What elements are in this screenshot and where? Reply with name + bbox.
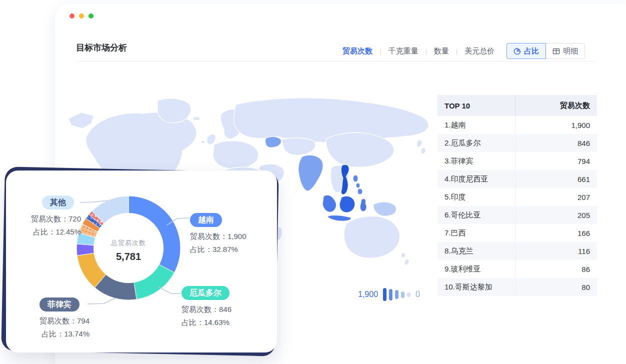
- top10-header-value: 贸易次数: [515, 95, 597, 116]
- tab-separator: |: [425, 48, 426, 55]
- tab-separator: |: [456, 48, 458, 55]
- country-ireland: [201, 140, 205, 144]
- country-cell: 7.巴西: [438, 224, 515, 242]
- country-japan: [421, 148, 426, 154]
- callout-values-philippines: 贸易次数：794 占比：13.74%: [6, 314, 90, 340]
- callout-values-ecuador: 贸易次数：846 占比：14.63%: [182, 303, 232, 329]
- country-papua: [374, 202, 396, 216]
- country-russia: [234, 98, 428, 142]
- country-indonesia-java: [328, 216, 351, 222]
- legend-gradient-bar: [395, 290, 398, 299]
- table-row: 4.印度尼西亚661: [438, 170, 597, 188]
- country-new-zealand: [402, 252, 406, 258]
- country-cell: 4.印度尼西亚: [438, 170, 515, 188]
- value-cell: 116: [515, 242, 597, 260]
- callout-pill-vietnam[interactable]: 越南: [190, 213, 222, 227]
- table-row: 9.玻利维亚86: [438, 260, 597, 278]
- top10-body: 1.越南1,9002.厄瓜多尔8463.菲律宾7944.印度尼西亚6615.印度…: [438, 116, 597, 296]
- tab-kg-weight[interactable]: 千克重量: [388, 46, 418, 56]
- value-cell: 1,900: [515, 116, 597, 134]
- country-cell: 3.菲律宾: [438, 152, 515, 170]
- top10-header-rank: TOP 10: [438, 95, 515, 116]
- country-uk: [206, 134, 216, 144]
- value-cell: 794: [515, 152, 597, 170]
- value-cell: 661: [515, 170, 597, 188]
- tab-trade-count[interactable]: 贸易次数: [342, 46, 372, 56]
- country-cell: 6.哥伦比亚: [438, 206, 515, 224]
- table-row: 1.越南1,900: [438, 116, 597, 134]
- header-divider: [76, 61, 597, 62]
- value-cell: 80: [515, 278, 597, 296]
- country-alaska: [68, 112, 94, 128]
- table-row: 6.哥伦比亚205: [438, 206, 597, 224]
- table-row: 7.巴西166: [438, 224, 597, 242]
- country-cell: 8.乌克兰: [438, 242, 515, 260]
- maximize-window-icon[interactable]: [88, 14, 94, 18]
- country-india: [298, 155, 323, 191]
- country-cell: 1.越南: [438, 116, 515, 134]
- table-icon: [552, 48, 560, 55]
- legend-min-value: 0: [416, 290, 420, 299]
- map-color-legend: 1,900 0: [358, 287, 420, 302]
- country-iceland: [193, 116, 200, 120]
- table-row: 5.印度207: [438, 188, 597, 206]
- callout-pill-other[interactable]: 其他: [42, 196, 74, 210]
- tab-usd-total[interactable]: 美元总价: [464, 46, 494, 56]
- donut-slice-厄瓜多尔[interactable]: [134, 264, 174, 300]
- metric-tabs: 贸易次数 | 千克重量 | 数量 | 美元总价 占比 明细: [342, 43, 585, 59]
- country-cell: 5.印度: [438, 188, 515, 206]
- table-row: 10.哥斯达黎加80: [438, 278, 597, 296]
- continent-europe: [213, 141, 258, 170]
- proportion-button[interactable]: 占比: [506, 43, 546, 59]
- legend-gradient-bar: [389, 289, 392, 300]
- value-cell: 846: [515, 134, 597, 152]
- page-title: 目标市场分析: [76, 42, 127, 54]
- callout-pill-philippines[interactable]: 菲律宾: [40, 298, 80, 312]
- detail-button[interactable]: 明细: [546, 43, 585, 59]
- value-cell: 86: [515, 260, 597, 278]
- country-ukraine: [266, 136, 282, 148]
- country-philippines: [353, 175, 362, 194]
- callout-pill-ecuador[interactable]: 厄瓜多尔: [182, 286, 230, 300]
- callout-values-vietnam: 贸易次数：1,900 占比：32.87%: [190, 230, 246, 256]
- country-indonesia-sulawesi: [360, 198, 366, 212]
- table-row: 3.菲律宾794: [438, 152, 597, 170]
- country-australia: [344, 216, 400, 258]
- view-toggle-group: 占比 明细: [506, 43, 585, 59]
- donut-card: 总贸易次数 5,781 其他 贸易次数：720 占比：12.45% 越南 贸易次…: [6, 170, 277, 352]
- legend-gradient-bar: [401, 292, 404, 298]
- country-indonesia-sumatra: [322, 195, 336, 212]
- donut-slice-越南[interactable]: [128, 196, 180, 272]
- value-cell: 205: [515, 206, 597, 224]
- country-new-zealand: [404, 259, 409, 265]
- country-cell: 10.哥斯达黎加: [438, 278, 515, 296]
- table-row: 8.乌克兰116: [438, 242, 597, 260]
- value-cell: 207: [515, 188, 597, 206]
- pie-chart-icon: [514, 48, 521, 55]
- legend-gradient-bar: [383, 288, 386, 301]
- table-row: 2.厄瓜多尔846: [438, 134, 597, 152]
- donut-popup: 总贸易次数 5,781 其他 贸易次数：720 占比：12.45% 越南 贸易次…: [0, 166, 283, 360]
- country-indonesia-borneo: [340, 196, 355, 212]
- value-cell: 166: [515, 224, 597, 242]
- tab-separator: |: [380, 48, 381, 55]
- tab-quantity[interactable]: 数量: [434, 46, 449, 56]
- callout-values-other: 贸易次数：720 占比：12.45%: [6, 212, 81, 238]
- region-central-asia: [282, 138, 316, 156]
- legend-bars: [383, 288, 410, 301]
- close-window-icon[interactable]: [70, 14, 74, 18]
- window-controls: [70, 14, 94, 18]
- country-cell: 2.厄瓜多尔: [438, 134, 515, 152]
- legend-gradient-bar: [407, 292, 410, 297]
- country-japan: [416, 140, 422, 147]
- top10-table: TOP 10 贸易次数 1.越南1,9002.厄瓜多尔8463.菲律宾7944.…: [438, 95, 597, 296]
- legend-max-value: 1,900: [358, 290, 378, 299]
- minimize-window-icon[interactable]: [79, 14, 84, 18]
- top10-header-row: TOP 10 贸易次数: [438, 95, 597, 116]
- country-cell: 9.玻利维亚: [438, 260, 515, 278]
- country-greenland: [158, 98, 191, 123]
